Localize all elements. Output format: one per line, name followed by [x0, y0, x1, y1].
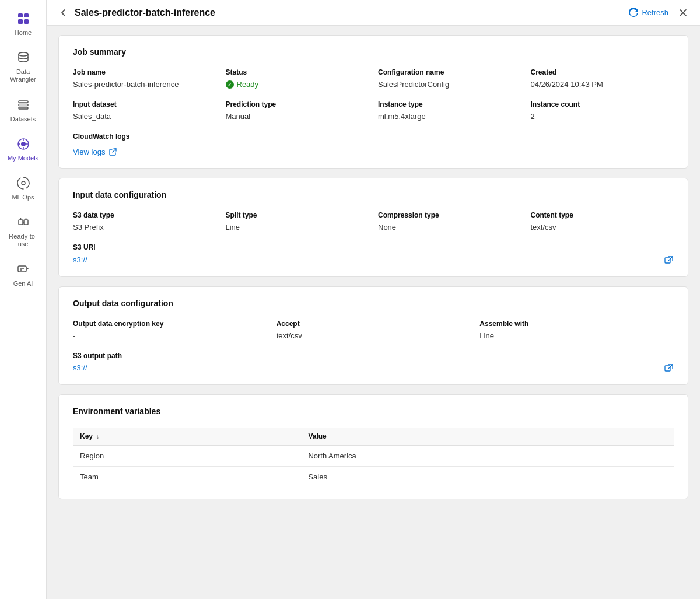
svg-rect-15: [19, 220, 23, 225]
env-table-header-row: Key ↓ Value: [73, 428, 674, 446]
content-type-field: Content type text/csv: [531, 211, 674, 232]
sidebar-item-home[interactable]: Home: [0, 5, 46, 43]
created-label: Created: [531, 68, 674, 76]
s3-output-external-link-icon[interactable]: [664, 363, 674, 373]
job-name-label: Job name: [73, 68, 216, 76]
env-variables-title: Environment variables: [73, 407, 674, 416]
env-key-cell: Team: [73, 467, 301, 488]
s3-uri-row: s3://: [73, 255, 674, 265]
s3-output-section: S3 output path s3://: [73, 352, 674, 373]
sidebar-item-ml-ops-label: ML Ops: [12, 194, 34, 201]
created-field: Created 04/26/2024 10:43 PM: [531, 68, 674, 89]
encryption-key-value: -: [73, 331, 267, 340]
job-summary-title: Job summary: [73, 47, 674, 57]
s3-output-label: S3 output path: [73, 352, 674, 360]
env-value-cell: Sales: [301, 467, 674, 488]
sidebar-item-home-label: Home: [15, 29, 32, 37]
svg-rect-5: [19, 101, 28, 103]
status-value: Ready: [226, 80, 369, 89]
my-models-icon: [15, 136, 32, 152]
env-variables-card: Environment variables Key ↓ Value Region…: [58, 394, 688, 499]
s3-uri-link[interactable]: s3://: [73, 255, 88, 264]
content-type-label: Content type: [531, 211, 674, 219]
prediction-type-value: Manual: [226, 112, 369, 121]
svg-rect-20: [18, 266, 26, 272]
env-key-cell: Region: [73, 446, 301, 467]
status-label: Status: [226, 68, 369, 76]
accept-field: Accept text/csv: [276, 320, 471, 340]
page-header: Sales-predictor-batch-inference Refresh: [47, 0, 700, 26]
sidebar-item-ready-to-use[interactable]: Ready-to-use: [0, 208, 46, 254]
config-name-label: Configuration name: [378, 68, 522, 76]
sidebar-item-gen-ai[interactable]: Gen AI: [0, 255, 46, 293]
sidebar-item-gen-ai-label: Gen AI: [13, 280, 33, 288]
job-summary-row2: Input dataset Sales_data Prediction type…: [73, 100, 674, 121]
content-area: Job summary Job name Sales-predictor-bat…: [47, 26, 700, 599]
assemble-with-value: Line: [480, 331, 674, 340]
env-table-body: RegionNorth AmericaTeamSales: [73, 446, 674, 488]
split-type-field: Split type Line: [226, 211, 369, 232]
svg-line-25: [113, 149, 116, 152]
accept-label: Accept: [276, 320, 471, 328]
instance-count-value: 2: [531, 112, 674, 121]
ready-to-use-icon: [15, 214, 32, 230]
sidebar-item-data-wrangler[interactable]: Data Wrangler: [0, 44, 46, 89]
assemble-with-label: Assemble with: [480, 320, 674, 328]
sort-icon[interactable]: ↓: [96, 433, 99, 440]
sidebar-item-datasets[interactable]: Datasets: [0, 91, 46, 129]
config-name-field: Configuration name SalesPredictorConfig: [378, 68, 522, 89]
split-type-value: Line: [226, 223, 369, 232]
cloudwatch-section: CloudWatch logs View logs: [73, 132, 674, 156]
svg-point-4: [19, 52, 28, 56]
env-variables-table: Key ↓ Value RegionNorth AmericaTeamSales: [73, 428, 674, 487]
svg-rect-1: [24, 13, 29, 17]
config-name-value: SalesPredictorConfig: [378, 80, 522, 89]
refresh-label: Refresh: [642, 8, 668, 17]
main-panel: Sales-predictor-batch-inference Refresh …: [47, 0, 700, 599]
close-button[interactable]: [678, 6, 688, 19]
output-data-title: Output data configuration: [73, 299, 674, 308]
instance-type-label: Instance type: [378, 100, 522, 108]
header-actions: Refresh: [629, 6, 688, 19]
sidebar-item-my-models[interactable]: My Models: [0, 130, 46, 168]
ml-ops-icon: [15, 175, 32, 191]
svg-rect-26: [665, 258, 670, 263]
input-dataset-value: Sales_data: [73, 112, 216, 121]
svg-rect-0: [18, 13, 23, 17]
home-icon: [15, 10, 32, 27]
compression-type-field: Compression type None: [378, 211, 522, 232]
input-data-title: Input data configuration: [73, 190, 674, 199]
split-type-label: Split type: [226, 211, 369, 219]
input-dataset-label: Input dataset: [73, 100, 216, 108]
svg-rect-3: [24, 19, 29, 24]
job-summary-row1: Job name Sales-predictor-batch-inference…: [73, 68, 674, 89]
s3-uri-label: S3 URI: [73, 243, 674, 251]
instance-count-label: Instance count: [531, 100, 674, 108]
refresh-button[interactable]: Refresh: [629, 8, 668, 17]
back-button[interactable]: [58, 8, 69, 18]
s3-data-type-value: S3 Prefix: [73, 223, 216, 232]
status-field: Status Ready: [226, 68, 369, 89]
view-logs-link[interactable]: View logs: [73, 148, 117, 156]
s3-uri-section: S3 URI s3://: [73, 243, 674, 265]
sidebar-item-data-wrangler-label: Data Wrangler: [5, 68, 41, 83]
env-key-header: Key ↓: [73, 428, 301, 446]
datasets-icon: [15, 97, 32, 113]
sidebar-item-ml-ops[interactable]: ML Ops: [0, 169, 46, 207]
svg-rect-16: [24, 220, 28, 225]
data-wrangler-icon: [15, 50, 32, 66]
prediction-type-label: Prediction type: [226, 100, 369, 108]
instance-type-value: ml.m5.4xlarge: [378, 112, 522, 121]
cloudwatch-label: CloudWatch logs: [73, 132, 674, 141]
s3-output-link[interactable]: s3://: [73, 363, 88, 372]
output-data-card: Output data configuration Output data en…: [58, 286, 688, 386]
svg-point-8: [21, 142, 26, 146]
instance-count-field: Instance count 2: [531, 100, 674, 121]
env-value-cell: North America: [301, 446, 674, 467]
table-row: RegionNorth America: [73, 446, 674, 467]
s3-output-row: s3://: [73, 363, 674, 373]
gen-ai-icon: [15, 261, 32, 278]
encryption-key-label: Output data encryption key: [73, 320, 267, 328]
compression-type-value: None: [378, 223, 522, 232]
s3-uri-external-link-icon[interactable]: [664, 255, 674, 265]
